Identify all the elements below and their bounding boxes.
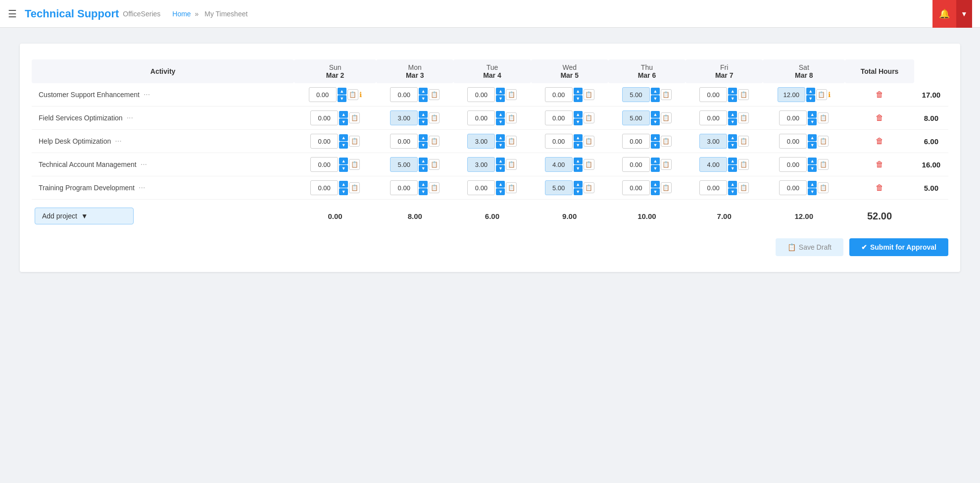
spin-down-button[interactable]: ▼ bbox=[728, 142, 737, 149]
add-project-button[interactable]: Add project ▼ bbox=[35, 208, 134, 224]
delete-row-button[interactable]: 🗑 bbox=[876, 90, 883, 99]
note-button[interactable]: 📋 bbox=[661, 182, 672, 193]
spin-down-button[interactable]: ▼ bbox=[419, 95, 428, 102]
hour-input[interactable] bbox=[390, 180, 418, 195]
user-dropdown-button[interactable]: ▼ bbox=[956, 0, 972, 28]
spin-down-button[interactable]: ▼ bbox=[419, 188, 428, 195]
spin-down-button[interactable]: ▼ bbox=[574, 165, 583, 172]
spin-down-button[interactable]: ▼ bbox=[339, 188, 348, 195]
note-button[interactable]: 📋 bbox=[429, 112, 440, 123]
spin-down-button[interactable]: ▼ bbox=[339, 142, 348, 149]
hour-input[interactable] bbox=[779, 157, 807, 172]
spin-up-button[interactable]: ▲ bbox=[496, 181, 505, 188]
hour-input[interactable] bbox=[699, 110, 727, 125]
note-button[interactable]: 📋 bbox=[506, 136, 517, 147]
note-button[interactable]: 📋 bbox=[506, 112, 517, 123]
spin-up-button[interactable]: ▲ bbox=[338, 88, 346, 95]
save-draft-button[interactable]: 📋 Save Draft bbox=[776, 238, 843, 256]
spin-up-button[interactable]: ▲ bbox=[496, 134, 505, 141]
spin-up-button[interactable]: ▲ bbox=[574, 88, 583, 95]
hour-input[interactable] bbox=[545, 157, 573, 172]
hour-input[interactable] bbox=[779, 134, 807, 149]
hour-input[interactable] bbox=[545, 134, 573, 149]
note-button[interactable]: 📋 bbox=[738, 136, 749, 147]
spin-up-button[interactable]: ▲ bbox=[806, 88, 815, 95]
spin-up-button[interactable]: ▲ bbox=[651, 88, 660, 95]
hour-input[interactable] bbox=[622, 157, 650, 172]
spin-down-button[interactable]: ▼ bbox=[651, 165, 660, 172]
spin-down-button[interactable]: ▼ bbox=[419, 142, 428, 149]
note-button[interactable]: 📋 bbox=[349, 182, 360, 193]
spin-up-button[interactable]: ▲ bbox=[419, 111, 428, 118]
hour-input[interactable] bbox=[622, 134, 650, 149]
note-button[interactable]: 📋 bbox=[738, 182, 749, 193]
note-button[interactable]: 📋 bbox=[349, 159, 360, 170]
note-button[interactable]: 📋 bbox=[584, 159, 594, 170]
hour-input[interactable] bbox=[699, 157, 727, 172]
note-button[interactable]: 📋 bbox=[818, 136, 829, 147]
spin-down-button[interactable]: ▼ bbox=[728, 95, 737, 102]
spin-down-button[interactable]: ▼ bbox=[808, 165, 817, 172]
hour-input[interactable] bbox=[467, 180, 495, 195]
activity-options-button[interactable]: ··· bbox=[113, 136, 123, 147]
spin-down-button[interactable]: ▼ bbox=[496, 118, 505, 125]
spin-up-button[interactable]: ▲ bbox=[728, 158, 737, 164]
spin-up-button[interactable]: ▲ bbox=[808, 158, 817, 164]
spin-up-button[interactable]: ▲ bbox=[419, 134, 428, 141]
spin-up-button[interactable]: ▲ bbox=[339, 181, 348, 188]
hour-input[interactable] bbox=[699, 180, 727, 195]
spin-up-button[interactable]: ▲ bbox=[728, 88, 737, 95]
note-button[interactable]: 📋 bbox=[816, 89, 827, 100]
activity-options-button[interactable]: ··· bbox=[137, 182, 147, 193]
note-button[interactable]: 📋 bbox=[429, 159, 440, 170]
hour-input[interactable] bbox=[467, 87, 495, 102]
note-button[interactable]: 📋 bbox=[818, 159, 829, 170]
note-button[interactable]: 📋 bbox=[584, 89, 594, 100]
spin-up-button[interactable]: ▲ bbox=[419, 158, 428, 164]
spin-up-button[interactable]: ▲ bbox=[574, 111, 583, 118]
spin-down-button[interactable]: ▼ bbox=[419, 165, 428, 172]
spin-up-button[interactable]: ▲ bbox=[339, 158, 348, 164]
spin-down-button[interactable]: ▼ bbox=[574, 118, 583, 125]
spin-down-button[interactable]: ▼ bbox=[728, 188, 737, 195]
note-button[interactable]: 📋 bbox=[349, 136, 360, 147]
spin-up-button[interactable]: ▲ bbox=[496, 158, 505, 164]
spin-up-button[interactable]: ▲ bbox=[574, 181, 583, 188]
hour-input[interactable] bbox=[310, 157, 338, 172]
delete-row-button[interactable]: 🗑 bbox=[876, 113, 883, 122]
spin-up-button[interactable]: ▲ bbox=[419, 181, 428, 188]
spin-down-button[interactable]: ▼ bbox=[338, 95, 346, 102]
note-button[interactable]: 📋 bbox=[347, 89, 358, 100]
note-button[interactable]: 📋 bbox=[584, 182, 594, 193]
note-button[interactable]: 📋 bbox=[738, 112, 749, 123]
hour-input[interactable] bbox=[467, 110, 495, 125]
spin-down-button[interactable]: ▼ bbox=[496, 142, 505, 149]
spin-down-button[interactable]: ▼ bbox=[728, 118, 737, 125]
submit-approval-button[interactable]: ✔ Submit for Approval bbox=[849, 238, 948, 256]
hour-input[interactable] bbox=[779, 180, 807, 195]
spin-up-button[interactable]: ▲ bbox=[651, 111, 660, 118]
spin-down-button[interactable]: ▼ bbox=[651, 188, 660, 195]
note-button[interactable]: 📋 bbox=[738, 159, 749, 170]
menu-icon[interactable]: ☰ bbox=[8, 8, 17, 20]
spin-down-button[interactable]: ▼ bbox=[651, 118, 660, 125]
note-button[interactable]: 📋 bbox=[818, 182, 829, 193]
activity-options-button[interactable]: ··· bbox=[142, 89, 152, 100]
note-button[interactable]: 📋 bbox=[584, 112, 594, 123]
note-button[interactable]: 📋 bbox=[818, 112, 829, 123]
note-button[interactable]: 📋 bbox=[584, 136, 594, 147]
spin-down-button[interactable]: ▼ bbox=[574, 142, 583, 149]
spin-down-button[interactable]: ▼ bbox=[808, 118, 817, 125]
hour-input[interactable] bbox=[699, 87, 727, 102]
hour-input[interactable] bbox=[779, 110, 807, 125]
spin-up-button[interactable]: ▲ bbox=[574, 134, 583, 141]
spin-up-button[interactable]: ▲ bbox=[651, 158, 660, 164]
spin-down-button[interactable]: ▼ bbox=[496, 95, 505, 102]
spin-up-button[interactable]: ▲ bbox=[419, 88, 428, 95]
note-button[interactable]: 📋 bbox=[661, 159, 672, 170]
note-button[interactable]: 📋 bbox=[738, 89, 749, 100]
hour-input[interactable] bbox=[310, 180, 338, 195]
hour-input[interactable] bbox=[467, 134, 495, 149]
hour-input[interactable] bbox=[310, 134, 338, 149]
spin-up-button[interactable]: ▲ bbox=[808, 111, 817, 118]
